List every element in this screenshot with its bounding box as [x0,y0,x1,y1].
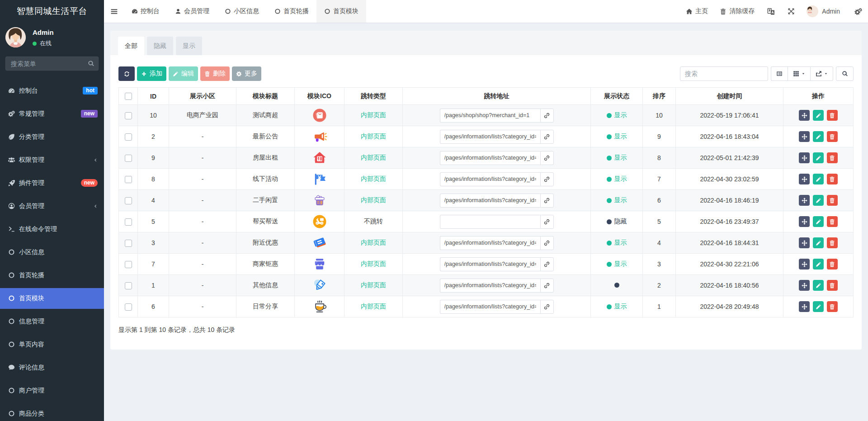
jump-url-input[interactable] [440,236,540,250]
sidebar-item-category[interactable]: 分类管理 [0,127,104,147]
jump-type-link[interactable]: 内部页面 [361,196,386,203]
jump-type-link[interactable]: 内部页面 [361,111,386,118]
status-badge[interactable]: 显示 [607,111,627,119]
drag-sort-button[interactable] [799,237,810,248]
status-badge[interactable]: 显示 [607,260,627,268]
topbar-tab-home-banner[interactable]: 首页轮播 [267,0,316,23]
user-dropdown[interactable]: Admin [807,5,840,17]
status-badge[interactable]: 显示 [607,303,627,311]
row-checkbox[interactable] [125,261,132,268]
row-delete-button[interactable] [827,301,838,312]
jump-url-input[interactable] [440,257,540,271]
sidebar-item-auth[interactable]: 权限管理 [0,150,104,170]
sidebar-item-addon[interactable]: 插件管理 new [0,173,104,194]
select-all-checkbox[interactable] [125,93,132,100]
row-edit-button[interactable] [813,131,824,142]
drag-sort-button[interactable] [799,110,810,121]
topbar-tab-community-info[interactable]: 小区信息 [217,0,267,23]
search-toggle-button[interactable] [836,66,854,81]
clear-cache-link[interactable]: 清除缓存 [720,7,755,15]
status-badge[interactable]: 显示 [607,239,627,247]
row-edit-button[interactable] [813,216,824,227]
table-search-input[interactable] [680,66,768,81]
row-delete-button[interactable] [827,174,838,184]
sidebar-toggle-button[interactable] [104,0,124,23]
row-checkbox[interactable] [125,133,132,141]
sidebar-item-merchant[interactable]: 商户管理 [0,380,104,401]
row-checkbox[interactable] [125,112,132,119]
drag-sort-button[interactable] [799,216,810,227]
open-link-button[interactable] [540,257,554,271]
home-link[interactable]: 主页 [686,7,708,15]
open-link-button[interactable] [540,172,554,186]
jump-url-input[interactable] [440,109,540,123]
drag-sort-button[interactable] [799,301,810,312]
add-button[interactable]: 添加 [137,66,166,81]
jump-type-link[interactable]: 内部页面 [361,154,386,161]
row-edit-button[interactable] [813,280,824,291]
jump-type-link[interactable]: 内部页面 [361,239,386,246]
language-switch-button[interactable] [767,8,775,15]
status-badge[interactable]: 显示 [607,132,627,141]
jump-url-input[interactable] [440,279,540,293]
sidebar-item-information[interactable]: 信息管理 [0,311,104,332]
row-delete-button[interactable] [827,195,838,206]
columns-dropdown-button[interactable] [788,66,810,81]
open-link-button[interactable] [540,194,554,208]
open-link-button[interactable] [540,215,554,229]
row-edit-button[interactable] [813,152,824,163]
jump-type-link[interactable]: 内部页面 [361,281,386,289]
row-delete-button[interactable] [827,237,838,248]
panel-tab-all[interactable]: 全部 [118,37,144,55]
row-delete-button[interactable] [827,259,838,270]
row-edit-button[interactable] [813,110,824,121]
open-link-button[interactable] [540,279,554,293]
jump-url-input[interactable] [440,215,540,229]
row-edit-button[interactable] [813,174,824,184]
open-link-button[interactable] [540,130,554,144]
open-link-button[interactable] [540,300,554,314]
open-link-button[interactable] [540,109,554,123]
jump-url-input[interactable] [440,172,540,186]
jump-url-input[interactable] [440,194,540,208]
topbar-tab-member[interactable]: 会员管理 [167,0,217,23]
row-checkbox[interactable] [125,240,132,247]
row-edit-button[interactable] [813,301,824,312]
sidebar-item-dashboard[interactable]: 控制台 hot [0,80,104,101]
row-edit-button[interactable] [813,195,824,206]
status-badge[interactable]: 显示 [607,154,627,162]
edit-button[interactable]: 编辑 [169,66,198,81]
status-badge[interactable]: 显示 [607,196,627,204]
sidebar-item-goods-category[interactable]: 商品分类 [0,403,104,421]
row-checkbox[interactable] [125,282,132,289]
delete-button[interactable]: 删除 [200,66,230,81]
open-link-button[interactable] [540,236,554,250]
jump-type-link[interactable]: 内部页面 [361,303,386,310]
status-badge[interactable]: 隐藏 [607,218,627,226]
detail-view-button[interactable] [771,66,788,81]
sidebar-item-comment[interactable]: 评论信息 [0,357,104,378]
row-checkbox[interactable] [125,218,132,226]
drag-sort-button[interactable] [799,131,810,142]
topbar-tab-home-module[interactable]: 首页模块 [316,0,366,23]
row-delete-button[interactable] [827,131,838,142]
jump-url-input[interactable] [440,151,540,165]
sidebar-item-single-page[interactable]: 单页内容 [0,334,104,355]
row-delete-button[interactable] [827,110,838,121]
row-checkbox[interactable] [125,155,132,162]
row-checkbox[interactable] [125,303,132,311]
jump-type-link[interactable]: 内部页面 [361,260,386,267]
settings-button[interactable] [854,8,862,15]
drag-sort-button[interactable] [799,152,810,163]
row-delete-button[interactable] [827,216,838,227]
export-dropdown-button[interactable] [810,66,833,81]
row-checkbox[interactable] [125,176,132,183]
sidebar-item-general[interactable]: 常规管理 new [0,104,104,124]
panel-tab-shown[interactable]: 显示 [176,37,202,55]
row-edit-button[interactable] [813,259,824,270]
row-delete-button[interactable] [827,152,838,163]
row-checkbox[interactable] [125,197,132,204]
sidebar-item-online-command[interactable]: 在线命令管理 [0,219,104,240]
drag-sort-button[interactable] [799,195,810,206]
sidebar-item-member[interactable]: 会员管理 [0,196,104,217]
